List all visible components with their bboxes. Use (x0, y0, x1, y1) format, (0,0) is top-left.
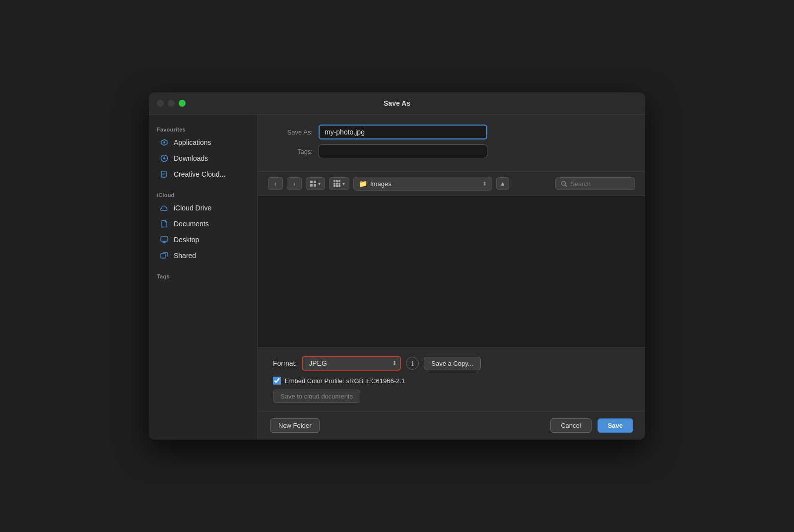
sidebar-item-downloads-label: Downloads (174, 154, 208, 162)
embed-color-row: Embed Color Profile: sRGB IEC61966-2.1 (273, 377, 630, 385)
toolbar: ‹ › ▾ ▾ 📁 (258, 172, 645, 196)
save-as-dialog: Save As Favourites Applications (149, 92, 645, 440)
sidebar-item-applications-label: Applications (174, 138, 211, 146)
right-panel: Save As: Tags: ‹ › ▾ (258, 115, 645, 440)
svg-point-5 (562, 181, 566, 185)
search-icon (561, 181, 567, 187)
desktop-icon (160, 235, 169, 244)
format-label: Format: (273, 359, 297, 367)
sidebar-item-documents[interactable]: Documents (152, 216, 255, 231)
save-as-label: Save As: (273, 129, 313, 136)
folder-icon: 📁 (359, 180, 367, 188)
embed-color-checkbox[interactable] (273, 377, 281, 385)
grid-view-button[interactable]: ▾ (306, 177, 325, 190)
creative-cloud-icon (160, 170, 169, 179)
sidebar-item-shared-label: Shared (174, 252, 196, 260)
new-folder-button[interactable]: New Folder (270, 418, 320, 433)
sidebar-item-downloads[interactable]: Downloads (152, 151, 255, 166)
save-button[interactable]: Save (597, 418, 633, 433)
filename-row: Save As: (273, 125, 630, 139)
icloud-section-label: iCloud (149, 188, 258, 200)
svg-rect-2 (161, 171, 166, 177)
tags-label: Tags: (273, 148, 313, 155)
maximize-button[interactable] (179, 100, 186, 107)
forward-button[interactable]: › (287, 177, 302, 190)
dialog-title: Save As (384, 99, 410, 107)
embed-color-label: Embed Color Profile: sRGB IEC61966-2.1 (285, 377, 405, 385)
tags-input[interactable] (319, 144, 487, 158)
sidebar-item-creative-cloud-label: Creative Cloud... (174, 170, 225, 178)
search-container (555, 177, 635, 190)
sidebar-item-creative-cloud[interactable]: Creative Cloud... (152, 167, 255, 182)
sidebar-item-documents-label: Documents (174, 220, 209, 228)
sidebar-item-shared[interactable]: Shared (152, 248, 255, 263)
svg-rect-4 (161, 254, 166, 258)
sidebar: Favourites Applications Downl (149, 115, 258, 440)
sidebar-item-icloud-drive-label: iCloud Drive (174, 204, 211, 212)
cancel-button[interactable]: Cancel (550, 418, 591, 433)
list-chevron-icon: ▾ (342, 181, 345, 187)
minimize-button[interactable] (168, 100, 175, 107)
sidebar-item-desktop-label: Desktop (174, 236, 199, 244)
downloads-icon (160, 154, 169, 163)
format-select[interactable]: JPEG PNG TIFF BMP GIF (302, 356, 401, 371)
save-to-cloud-button[interactable]: Save to cloud documents (273, 390, 360, 403)
shared-icon (160, 251, 169, 260)
applications-icon (160, 138, 169, 147)
location-dropdown[interactable]: 📁 Images Desktop Documents Downloads ⬍ (353, 177, 492, 191)
svg-rect-3 (161, 237, 168, 241)
footer-right: Cancel Save (550, 418, 633, 433)
sidebar-item-desktop[interactable]: Desktop (152, 232, 255, 247)
window-controls (157, 100, 186, 107)
list-view-icon (333, 180, 340, 187)
back-button[interactable]: ‹ (268, 177, 283, 190)
tags-row: Tags: (273, 144, 630, 158)
list-view-button[interactable]: ▾ (329, 177, 349, 190)
filename-input[interactable] (319, 125, 487, 139)
sidebar-item-applications[interactable]: Applications (152, 135, 255, 150)
options-area: Format: JPEG PNG TIFF BMP GIF ⬍ ℹ Save a… (258, 347, 645, 411)
close-button[interactable] (157, 100, 164, 107)
format-select-wrapper: JPEG PNG TIFF BMP GIF ⬍ (302, 356, 401, 371)
file-area (258, 196, 645, 347)
info-button[interactable]: ℹ (406, 357, 419, 370)
grid-view-icon (310, 181, 316, 187)
favourites-section-label: Favourites (149, 123, 258, 134)
documents-icon (160, 219, 169, 228)
grid-chevron-icon: ▾ (318, 181, 321, 187)
form-area: Save As: Tags: (258, 115, 645, 172)
format-row: Format: JPEG PNG TIFF BMP GIF ⬍ ℹ Save a… (273, 356, 630, 371)
expand-button[interactable]: ▲ (496, 177, 509, 190)
location-select[interactable]: Images Desktop Documents Downloads (370, 180, 479, 188)
svg-point-0 (163, 141, 165, 143)
title-bar: Save As (149, 92, 645, 115)
save-copy-button[interactable]: Save a Copy... (424, 357, 480, 370)
sidebar-item-icloud-drive[interactable]: iCloud Drive (152, 200, 255, 215)
search-input[interactable] (570, 180, 630, 188)
footer: New Folder Cancel Save (258, 411, 645, 440)
main-content: Favourites Applications Downl (149, 115, 645, 440)
tags-section-label: Tags (149, 269, 258, 281)
location-chevron-icon: ⬍ (482, 181, 487, 187)
icloud-drive-icon (160, 203, 169, 212)
